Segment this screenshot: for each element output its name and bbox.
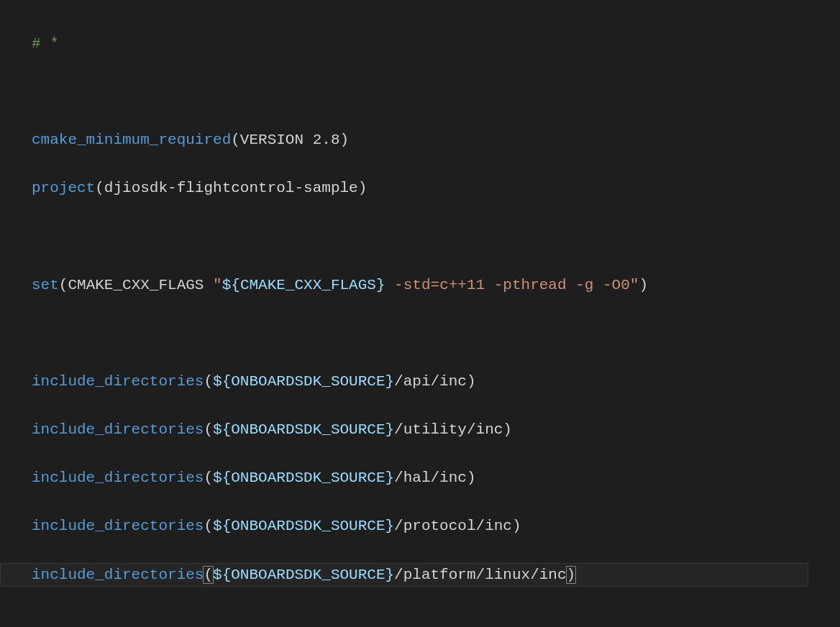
variable-ref: ${ONBOARDSDK_SOURCE} (213, 470, 394, 486)
bracket-match: ) (566, 566, 577, 584)
variable-ref: ${ONBOARDSDK_SOURCE} (213, 567, 394, 583)
variable-ref: ${ONBOARDSDK_SOURCE} (213, 518, 394, 534)
variable-ref: ${ONBOARDSDK_SOURCE} (213, 373, 394, 390)
code-line: cmake_minimum_required(VERSION 2.8) (32, 128, 840, 152)
code-line-active: include_directories(${ONBOARDSDK_SOURCE}… (0, 563, 808, 587)
comment: # * (32, 35, 59, 52)
argument: VERSION 2.8 (240, 132, 340, 148)
code-line: include_directories(${ONBOARDSDK_SOURCE}… (32, 514, 840, 539)
code-line: include_directories(${ONBOARDSDK_SOURCE}… (32, 370, 840, 394)
function-call: include_directories (32, 567, 204, 583)
path: /platform/linux/inc (394, 567, 566, 583)
code-line: # * (32, 32, 840, 56)
string: -std=c++11 -pthread -g -O0" (385, 277, 639, 293)
path: /hal/inc (394, 470, 467, 486)
bracket-match: ( (203, 566, 214, 584)
function-call: include_directories (32, 470, 204, 486)
code-line: project(djiosdk-flightcontrol-sample) (32, 176, 840, 201)
variable-ref: ${ONBOARDSDK_SOURCE} (213, 421, 394, 438)
function-call: project (32, 180, 95, 196)
path: /utility/inc (394, 421, 503, 438)
code-line: include_directories(${ONBOARDSDK_SOURCE}… (32, 418, 840, 442)
path: /protocol/inc (394, 518, 512, 534)
path: /api/inc (394, 373, 467, 390)
function-call: include_directories (32, 421, 204, 438)
function-call: include_directories (32, 373, 204, 390)
code-line: include_directories(${ONBOARDSDK_SOURCE}… (32, 466, 840, 490)
function-call: cmake_minimum_required (32, 132, 231, 148)
variable-name: CMAKE_CXX_FLAGS (68, 277, 204, 293)
code-line (32, 321, 840, 346)
code-editor[interactable]: # * cmake_minimum_required(VERSION 2.8) … (0, 0, 840, 627)
code-line (32, 611, 840, 627)
function-call: set (32, 277, 59, 293)
function-call: include_directories (32, 518, 204, 534)
variable-ref: ${CMAKE_CXX_FLAGS} (222, 277, 385, 293)
argument: djiosdk-flightcontrol-sample (104, 180, 358, 196)
code-line (32, 224, 840, 249)
code-line (32, 80, 840, 104)
code-line: set(CMAKE_CXX_FLAGS "${CMAKE_CXX_FLAGS} … (32, 273, 840, 298)
